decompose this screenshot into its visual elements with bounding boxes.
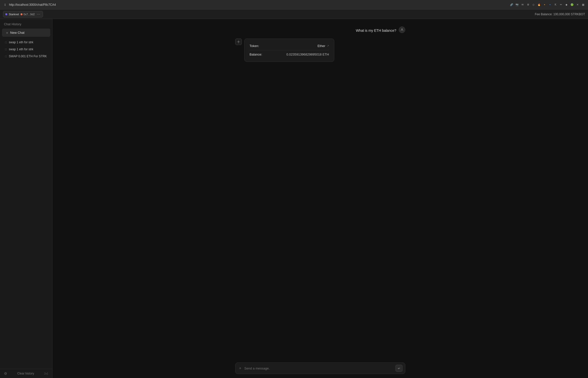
user-avatar xyxy=(399,27,405,33)
token-row: Token: Ether ↗ xyxy=(250,43,329,49)
app-header: Starknet 0x7...9d2 ⋯ Fee Balance: 100,00… xyxy=(0,10,588,19)
new-chat-plus-icon: + xyxy=(6,31,8,35)
info-icon: ℹ xyxy=(3,3,7,7)
toolbar-icon-14: ▦ xyxy=(581,3,585,7)
clear-history-button[interactable]: Clear history xyxy=(17,372,34,375)
settings-icon[interactable]: ⚙ xyxy=(4,371,7,375)
chat-history-icon-3: □ xyxy=(5,55,7,58)
chat-history-item-2[interactable]: □ swap 1 eth for strk xyxy=(1,46,51,53)
toolbar-icon-2: 📷 xyxy=(515,3,519,7)
assistant-message-wrapper: Token: Ether ↗ Balance: 0.02359139682989… xyxy=(235,39,405,62)
balance-divider xyxy=(250,50,329,50)
url-bar[interactable]: http://localhost:3000/chat/P8c7CA4 xyxy=(9,3,508,7)
warning-dot xyxy=(20,13,22,15)
toolbar-icon-12: 🟢 xyxy=(570,3,574,7)
sidebar-header: Chat History xyxy=(0,19,52,29)
toolbar-icon-4: ⚙ xyxy=(526,3,530,7)
input-wrapper: + ↵ xyxy=(235,362,405,374)
chat-history-item-3[interactable]: □ SWAP 0.001 ETH For STRK xyxy=(1,53,51,60)
wallet-badge[interactable]: Starknet 0x7...9d2 ⋯ xyxy=(3,11,43,18)
send-icon: ↵ xyxy=(398,366,400,370)
balance-row: Balance: 0.023591396829895018 ETH xyxy=(250,51,329,58)
chat-messages: What is my ETH balance? xyxy=(52,19,588,359)
browser-toolbar-icons: 🔗 📷 ✉ ⚙ ◇ 🔥 🔸 🔹 K ✏ ◆ 🟢 ✕ ▦ xyxy=(510,3,585,7)
toolbar-icon-3: ✉ xyxy=(520,3,524,7)
fee-balance: Fee Balance: 100,000,000 STRKBOT xyxy=(535,13,585,16)
token-value: Ether ↗ xyxy=(318,44,329,48)
chat-history-item-1[interactable]: □ swap 1 eth for strk xyxy=(1,39,51,46)
assistant-avatar xyxy=(235,39,242,45)
chat-history-label-3: SWAP 0.001 ETH For STRK xyxy=(9,55,47,58)
token-name: Ether xyxy=(318,44,325,48)
toolbar-icon-5: ◇ xyxy=(532,3,536,7)
new-chat-label: New Chat xyxy=(10,31,24,35)
toolbar-icon-1: 🔗 xyxy=(510,3,514,7)
wallet-menu-button[interactable]: ⋯ xyxy=(36,12,41,16)
toolbar-icon-10: ✏ xyxy=(559,3,563,7)
chat-history-list: □ swap 1 eth for strk □ swap 1 eth for s… xyxy=(0,38,52,369)
wallet-address-display: 0x7...9d2 xyxy=(20,13,35,16)
message-row-user: What is my ETH balance? xyxy=(58,27,583,35)
chat-history-icon-1: □ xyxy=(5,41,7,44)
chat-history-icon-2: □ xyxy=(5,48,7,51)
toolbar-icon-6: 🔥 xyxy=(537,3,541,7)
external-link-icon[interactable]: ↗ xyxy=(327,44,329,48)
wallet-address-text: 0x7...9d2 xyxy=(24,13,35,16)
balance-amount: 0.023591396829895018 ETH xyxy=(286,53,329,56)
message-row-assistant: Token: Ether ↗ Balance: 0.02359139682989… xyxy=(58,39,583,62)
message-input[interactable] xyxy=(244,366,394,370)
balance-card: Token: Ether ↗ Balance: 0.02359139682989… xyxy=(244,39,334,62)
sidebar: Chat History + New Chat □ swap 1 eth for… xyxy=(0,19,52,378)
svg-point-1 xyxy=(238,41,239,42)
sidebar-footer: ⚙ Clear history 2x1 xyxy=(0,369,52,378)
attach-button[interactable]: + xyxy=(238,365,242,371)
chat-input-area: + ↵ xyxy=(52,359,588,378)
svg-point-0 xyxy=(402,29,403,30)
zoom-label: 2x1 xyxy=(44,372,48,375)
toolbar-icon-9: K xyxy=(554,3,558,7)
new-chat-button[interactable]: + New Chat xyxy=(2,29,50,37)
toolbar-icon-11: ◆ xyxy=(564,3,568,7)
network-dot xyxy=(5,13,7,15)
browser-bar: ℹ http://localhost:3000/chat/P8c7CA4 🔗 📷… xyxy=(0,0,588,10)
toolbar-icon-13: ✕ xyxy=(576,3,580,7)
send-button[interactable]: ↵ xyxy=(396,365,402,372)
toolbar-icon-8: 🔹 xyxy=(548,3,552,7)
chat-history-label-1: swap 1 eth for strk xyxy=(9,41,33,44)
user-message-wrapper: What is my ETH balance? xyxy=(235,27,405,35)
wallet-network: Starknet xyxy=(9,13,19,16)
chat-area: What is my ETH balance? xyxy=(52,19,588,378)
chat-history-label-2: swap 1 eth for strk xyxy=(9,48,33,51)
main-layout: Chat History + New Chat □ swap 1 eth for… xyxy=(0,19,588,378)
toolbar-icon-7: 🔸 xyxy=(542,3,546,7)
user-message-text: What is my ETH balance? xyxy=(356,27,396,35)
balance-label: Balance: xyxy=(250,53,262,56)
token-label: Token: xyxy=(250,44,259,48)
